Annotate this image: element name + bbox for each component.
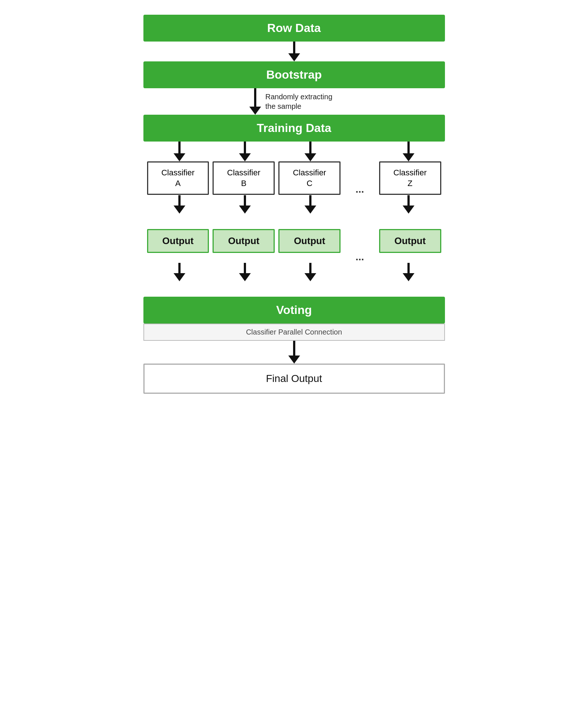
output-c-box: Output: [278, 229, 341, 253]
output-a-box: Output: [147, 229, 209, 253]
arrow-col-z: [376, 142, 441, 161]
classifier-z-box: ClassifierZ: [379, 161, 441, 195]
output-b-box: Output: [213, 229, 275, 253]
training-data-bar: Training Data: [143, 115, 445, 142]
dots-bottom: ...: [344, 229, 375, 263]
final-output-box: Final Output: [143, 364, 445, 394]
classifier-b-box: ClassifierB: [213, 161, 275, 195]
output-z-col: Output: [379, 229, 441, 253]
arrow-col-z3: [376, 263, 441, 281]
voting-bar: Voting: [143, 297, 445, 324]
bootstrap-annotation: Randomly extracting the sample: [266, 88, 339, 111]
arrow-col-c: [278, 142, 343, 161]
arrow-col-c2: [278, 195, 343, 214]
diagram: Row Data Bootstrap Randomly extracting t…: [143, 15, 445, 394]
arrow-bootstrap-to-training: Randomly extracting the sample: [249, 88, 339, 115]
arrow-col-b: [212, 142, 278, 161]
output-c-col: Output: [278, 229, 341, 253]
parallel-connection-box: Classifier Parallel Connection: [143, 324, 445, 341]
classifier-z-col: ClassifierZ: [379, 161, 441, 195]
outputs-to-voting-arrows: ...: [143, 263, 445, 297]
dots-middle: ...: [344, 161, 375, 195]
output-b-col: Output: [213, 229, 275, 253]
classifier-b-col: ClassifierB: [213, 161, 275, 195]
arrow-voting-to-final: [288, 341, 300, 364]
row-data-bar: Row Data: [143, 15, 445, 42]
arrow-col-z2: [376, 195, 441, 214]
outputs-row: Output Output Output ... Output: [143, 229, 445, 263]
bootstrap-bar: Bootstrap: [143, 61, 445, 88]
arrow-row-to-bootstrap: [288, 42, 300, 61]
arrow-col-b3: [212, 263, 278, 281]
arrow-col-a3: [147, 263, 213, 281]
output-z-box: Output: [379, 229, 441, 253]
classifiers-row: ClassifierA ClassifierB ClassifierC ... …: [143, 161, 445, 195]
training-to-classifiers-arrows: ...: [143, 142, 445, 161]
arrow-col-c3: [278, 263, 343, 281]
output-a-col: Output: [147, 229, 209, 253]
classifier-c-box: ClassifierC: [278, 161, 341, 195]
arrow-col-b2: [212, 195, 278, 214]
arrow-col-a: [147, 142, 213, 161]
classifiers-to-outputs-arrows: ...: [143, 195, 445, 229]
classifier-c-col: ClassifierC: [278, 161, 341, 195]
classifier-a-box: ClassifierA: [147, 161, 209, 195]
classifier-a-col: ClassifierA: [147, 161, 209, 195]
arrow-col-a2: [147, 195, 213, 214]
